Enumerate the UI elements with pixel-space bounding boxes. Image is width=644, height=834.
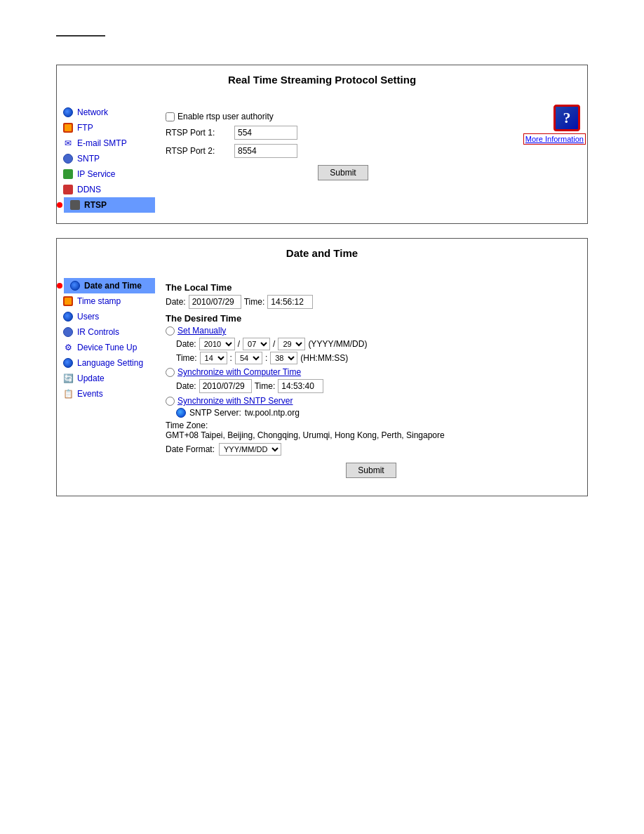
sntp-server-value: tw.pool.ntp.org [245,408,300,418]
rtsp-submit-button[interactable]: Submit [318,165,368,180]
sidebar-item-sntp[interactable]: SNTP [57,151,155,166]
sidebar-item-ddns[interactable]: DDNS [57,182,155,197]
local-time-label: Time: [244,297,265,307]
desired-hour-select[interactable]: 14 [200,352,227,364]
rtsp-enable-row: Enable rtsp user authority [166,112,577,121]
sidebar-label-network: Network [77,107,108,117]
rtsp-enable-checkbox[interactable] [166,112,175,121]
desired-day-select[interactable]: 29 [278,338,305,350]
sidebar-item-datetime[interactable]: Date and Time [64,278,155,293]
set-manually-radio[interactable] [166,326,175,336]
rtsp-port2-input[interactable] [234,144,297,158]
users-icon [62,311,74,322]
desired-time-title: The Desired Time [166,313,577,324]
timezone-value: GMT+08 Taipei, Beijing, Chongqing, Urumq… [166,430,445,440]
sync-sntp-label[interactable]: Synchronize with SNTP Server [177,396,293,406]
sync-computer-radio[interactable] [166,368,175,377]
sidebar-item-network[interactable]: Network [57,105,155,120]
datetime-submit-row: Submit [166,463,577,478]
dt-globe-icon [69,280,81,291]
sync-time-input[interactable] [278,379,323,393]
rtsp-panel-body: Network FTP ✉ E-mail SMTP SNTP IP Servic… [57,94,587,223]
sidebar-label-events: Events [77,389,103,399]
rtsp-enable-label: Enable rtsp user authority [177,112,274,121]
sync-date-label: Date: [176,381,196,391]
desired-time-row: Time: 14 : 54 : 38 (HH:MM:SS) [176,352,577,364]
desired-min-select[interactable]: 54 [235,352,262,364]
desired-month-select[interactable]: 07 [243,338,270,350]
desired-year-select[interactable]: 2010 [199,338,235,350]
sidebar-item-device[interactable]: ⚙ Device Tune Up [57,340,155,355]
sidebar-item-update[interactable]: 🔄 Update [57,371,155,386]
sidebar-label-datetime: Date and Time [84,281,142,291]
sidebar-item-ip[interactable]: IP Service [57,166,155,182]
local-time-input[interactable] [267,295,313,309]
sync-sntp-radio[interactable] [166,397,175,406]
ir-icon [62,326,74,338]
rtsp-active-bullet [57,202,62,208]
ddns-icon [62,184,74,195]
set-manually-label[interactable]: Set Manually [177,326,226,336]
local-date-label: Date: [166,297,186,307]
sync-computer-time-row: Date: Time: [176,379,577,393]
help-button[interactable]: ? [554,105,580,131]
slash2: / [273,339,275,349]
local-time-title: The Local Time [166,282,577,293]
rtsp-sidebar: Network FTP ✉ E-mail SMTP SNTP IP Servic… [57,101,155,216]
rtsp-port2-label: RTSP Port 2: [166,146,229,156]
sync-time-label: Time: [255,381,276,391]
timezone-row: Time Zone: GMT+08 Taipei, Beijing, Chong… [166,421,577,440]
datetime-panel-body: Date and Time Time stamp Users IR Contro… [57,267,587,496]
datetime-sidebar: Date and Time Time stamp Users IR Contro… [57,274,155,489]
desired-sec-select[interactable]: 38 [270,352,297,364]
sidebar-item-ftp[interactable]: FTP [57,120,155,135]
sntp-icon [62,153,74,164]
datetime-submit-button[interactable]: Submit [346,463,396,478]
datetime-panel: Date and Time Date and Time Time stamp U… [56,238,588,496]
sidebar-label-email: E-mail SMTP [77,138,127,148]
sntp-globe-icon [176,408,186,418]
rtsp-panel: Real Time Streaming Protocol Setting Net… [56,65,588,224]
sync-sntp-row: Synchronize with SNTP Server [166,396,577,406]
sidebar-item-users[interactable]: Users [57,309,155,324]
language-icon [62,357,74,369]
sidebar-label-ir: IR Controls [77,327,119,337]
sidebar-item-rtsp[interactable]: RTSP [64,197,155,213]
sntp-server-label: SNTP Server: [189,408,241,418]
device-icon: ⚙ [62,342,74,353]
date-format-select[interactable]: YYY/MM/DD [219,443,281,456]
sidebar-label-ddns: DDNS [77,185,101,194]
sidebar-item-ir[interactable]: IR Controls [57,324,155,340]
sidebar-label-rtsp: RTSP [84,200,107,210]
set-manually-row: Set Manually [166,326,577,336]
timestamp-icon [62,296,74,307]
desired-time-format: (HH:MM:SS) [300,353,348,363]
rtsp-panel-title: Real Time Streaming Protocol Setting [57,65,587,94]
dt-active-bullet [57,283,62,289]
datetime-panel-title: Date and Time [57,239,587,267]
sidebar-item-events[interactable]: 📋 Events [57,386,155,402]
rtsp-port1-row: RTSP Port 1: [166,126,577,140]
rtsp-submit-row: Submit [166,165,521,180]
more-info-link[interactable]: More Information [523,133,586,145]
events-icon: 📋 [62,388,74,399]
desired-date-label: Date: [176,339,196,349]
local-date-input[interactable] [189,295,241,309]
sidebar-item-timestamp[interactable]: Time stamp [57,293,155,309]
sync-date-input[interactable] [199,379,252,393]
ip-icon [62,168,74,180]
sidebar-label-ip: IP Service [77,169,115,179]
desired-date-format: (YYYY/MM/DD) [308,339,367,349]
email-icon: ✉ [62,138,74,149]
rtsp-port1-input[interactable] [234,126,297,140]
sidebar-label-device: Device Tune Up [77,343,137,352]
sync-computer-label[interactable]: Synchronize with Computer Time [177,367,301,377]
rtsp-port1-label: RTSP Port 1: [166,128,229,138]
local-time-row: Date: Time: [166,295,577,309]
sidebar-label-language: Language Setting [77,358,143,368]
ftp-icon [62,122,74,133]
sidebar-item-language[interactable]: Language Setting [57,355,155,371]
sidebar-item-email[interactable]: ✉ E-mail SMTP [57,135,155,151]
globe-icon [62,107,74,118]
sidebar-label-timestamp: Time stamp [77,296,121,306]
